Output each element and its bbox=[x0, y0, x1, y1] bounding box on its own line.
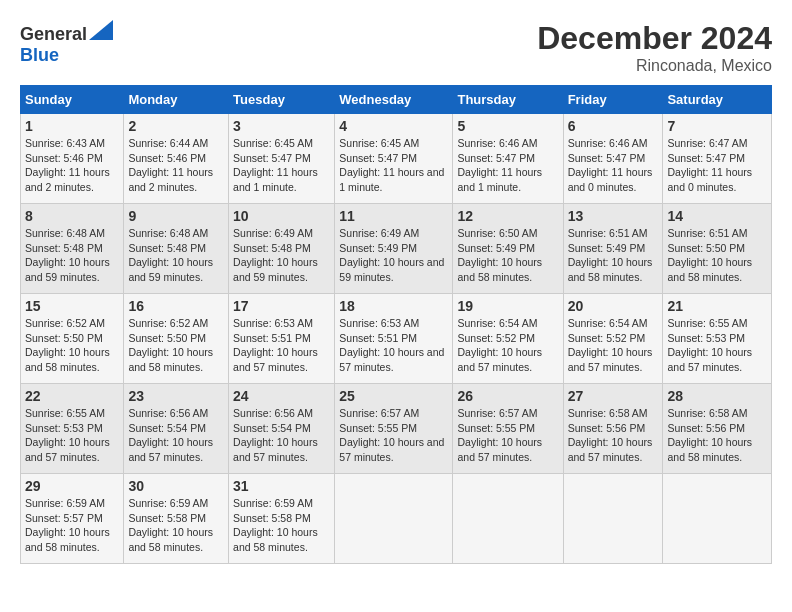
sunrise-label: Sunrise: 6:44 AM bbox=[128, 137, 208, 149]
daylight-label: Daylight: 10 hours and 58 minutes. bbox=[233, 526, 318, 553]
sunset-label: Sunset: 5:50 PM bbox=[25, 332, 103, 344]
sunset-label: Sunset: 5:46 PM bbox=[128, 152, 206, 164]
day-cell: 18 Sunrise: 6:53 AM Sunset: 5:51 PM Dayl… bbox=[335, 294, 453, 384]
day-info: Sunrise: 6:46 AM Sunset: 5:47 PM Dayligh… bbox=[457, 136, 558, 195]
sunrise-label: Sunrise: 6:56 AM bbox=[128, 407, 208, 419]
day-number: 11 bbox=[339, 208, 448, 224]
day-cell: 12 Sunrise: 6:50 AM Sunset: 5:49 PM Dayl… bbox=[453, 204, 563, 294]
daylight-label: Daylight: 10 hours and 58 minutes. bbox=[128, 346, 213, 373]
sunset-label: Sunset: 5:48 PM bbox=[233, 242, 311, 254]
page-container: General Blue December 2024 Rinconada, Me… bbox=[20, 20, 772, 564]
daylight-label: Daylight: 11 hours and 2 minutes. bbox=[25, 166, 110, 193]
day-info: Sunrise: 6:43 AM Sunset: 5:46 PM Dayligh… bbox=[25, 136, 119, 195]
calendar-table: SundayMondayTuesdayWednesdayThursdayFrid… bbox=[20, 85, 772, 564]
day-header-thursday: Thursday bbox=[453, 86, 563, 114]
sunrise-label: Sunrise: 6:55 AM bbox=[25, 407, 105, 419]
day-number: 29 bbox=[25, 478, 119, 494]
day-number: 10 bbox=[233, 208, 330, 224]
day-number: 3 bbox=[233, 118, 330, 134]
logo-text: General Blue bbox=[20, 20, 113, 66]
daylight-label: Daylight: 10 hours and 59 minutes. bbox=[339, 256, 444, 283]
daylight-label: Daylight: 10 hours and 57 minutes. bbox=[25, 436, 110, 463]
sunset-label: Sunset: 5:56 PM bbox=[568, 422, 646, 434]
logo-icon bbox=[89, 20, 113, 40]
sunrise-label: Sunrise: 6:58 AM bbox=[667, 407, 747, 419]
daylight-label: Daylight: 10 hours and 57 minutes. bbox=[339, 436, 444, 463]
day-info: Sunrise: 6:52 AM Sunset: 5:50 PM Dayligh… bbox=[25, 316, 119, 375]
sunset-label: Sunset: 5:47 PM bbox=[339, 152, 417, 164]
day-cell: 30 Sunrise: 6:59 AM Sunset: 5:58 PM Dayl… bbox=[124, 474, 229, 564]
day-number: 16 bbox=[128, 298, 224, 314]
day-info: Sunrise: 6:58 AM Sunset: 5:56 PM Dayligh… bbox=[667, 406, 767, 465]
title-block: December 2024 Rinconada, Mexico bbox=[537, 20, 772, 75]
day-number: 22 bbox=[25, 388, 119, 404]
sunrise-label: Sunrise: 6:49 AM bbox=[339, 227, 419, 239]
day-cell: 31 Sunrise: 6:59 AM Sunset: 5:58 PM Dayl… bbox=[229, 474, 335, 564]
sunset-label: Sunset: 5:47 PM bbox=[233, 152, 311, 164]
day-number: 1 bbox=[25, 118, 119, 134]
sunrise-label: Sunrise: 6:49 AM bbox=[233, 227, 313, 239]
sunset-label: Sunset: 5:54 PM bbox=[233, 422, 311, 434]
day-info: Sunrise: 6:55 AM Sunset: 5:53 PM Dayligh… bbox=[667, 316, 767, 375]
sunset-label: Sunset: 5:58 PM bbox=[128, 512, 206, 524]
day-number: 17 bbox=[233, 298, 330, 314]
day-number: 26 bbox=[457, 388, 558, 404]
day-cell: 5 Sunrise: 6:46 AM Sunset: 5:47 PM Dayli… bbox=[453, 114, 563, 204]
day-number: 18 bbox=[339, 298, 448, 314]
day-info: Sunrise: 6:56 AM Sunset: 5:54 PM Dayligh… bbox=[233, 406, 330, 465]
day-info: Sunrise: 6:45 AM Sunset: 5:47 PM Dayligh… bbox=[339, 136, 448, 195]
sunset-label: Sunset: 5:51 PM bbox=[233, 332, 311, 344]
day-cell: 9 Sunrise: 6:48 AM Sunset: 5:48 PM Dayli… bbox=[124, 204, 229, 294]
logo-general: General bbox=[20, 24, 87, 44]
sunrise-label: Sunrise: 6:48 AM bbox=[128, 227, 208, 239]
week-row-1: 1 Sunrise: 6:43 AM Sunset: 5:46 PM Dayli… bbox=[21, 114, 772, 204]
day-header-sunday: Sunday bbox=[21, 86, 124, 114]
day-info: Sunrise: 6:47 AM Sunset: 5:47 PM Dayligh… bbox=[667, 136, 767, 195]
day-cell: 3 Sunrise: 6:45 AM Sunset: 5:47 PM Dayli… bbox=[229, 114, 335, 204]
sunset-label: Sunset: 5:47 PM bbox=[457, 152, 535, 164]
day-header-friday: Friday bbox=[563, 86, 663, 114]
sunrise-label: Sunrise: 6:58 AM bbox=[568, 407, 648, 419]
logo: General Blue bbox=[20, 20, 113, 66]
day-info: Sunrise: 6:51 AM Sunset: 5:49 PM Dayligh… bbox=[568, 226, 659, 285]
day-header-tuesday: Tuesday bbox=[229, 86, 335, 114]
day-cell: 13 Sunrise: 6:51 AM Sunset: 5:49 PM Dayl… bbox=[563, 204, 663, 294]
svg-marker-0 bbox=[89, 20, 113, 40]
day-number: 6 bbox=[568, 118, 659, 134]
sunset-label: Sunset: 5:52 PM bbox=[457, 332, 535, 344]
daylight-label: Daylight: 10 hours and 57 minutes. bbox=[128, 436, 213, 463]
day-number: 19 bbox=[457, 298, 558, 314]
day-cell: 26 Sunrise: 6:57 AM Sunset: 5:55 PM Dayl… bbox=[453, 384, 563, 474]
daylight-label: Daylight: 10 hours and 57 minutes. bbox=[339, 346, 444, 373]
day-info: Sunrise: 6:57 AM Sunset: 5:55 PM Dayligh… bbox=[457, 406, 558, 465]
daylight-label: Daylight: 10 hours and 58 minutes. bbox=[667, 256, 752, 283]
daylight-label: Daylight: 10 hours and 57 minutes. bbox=[667, 346, 752, 373]
daylight-label: Daylight: 10 hours and 58 minutes. bbox=[25, 346, 110, 373]
day-cell: 7 Sunrise: 6:47 AM Sunset: 5:47 PM Dayli… bbox=[663, 114, 772, 204]
logo-blue: Blue bbox=[20, 45, 59, 65]
day-number: 30 bbox=[128, 478, 224, 494]
day-number: 24 bbox=[233, 388, 330, 404]
daylight-label: Daylight: 10 hours and 58 minutes. bbox=[457, 256, 542, 283]
day-cell: 16 Sunrise: 6:52 AM Sunset: 5:50 PM Dayl… bbox=[124, 294, 229, 384]
day-number: 9 bbox=[128, 208, 224, 224]
day-cell bbox=[663, 474, 772, 564]
sunrise-label: Sunrise: 6:51 AM bbox=[667, 227, 747, 239]
header-row: SundayMondayTuesdayWednesdayThursdayFrid… bbox=[21, 86, 772, 114]
sunrise-label: Sunrise: 6:51 AM bbox=[568, 227, 648, 239]
day-info: Sunrise: 6:49 AM Sunset: 5:49 PM Dayligh… bbox=[339, 226, 448, 285]
sunset-label: Sunset: 5:56 PM bbox=[667, 422, 745, 434]
day-info: Sunrise: 6:53 AM Sunset: 5:51 PM Dayligh… bbox=[233, 316, 330, 375]
sunrise-label: Sunrise: 6:50 AM bbox=[457, 227, 537, 239]
daylight-label: Daylight: 10 hours and 59 minutes. bbox=[233, 256, 318, 283]
day-number: 5 bbox=[457, 118, 558, 134]
sunrise-label: Sunrise: 6:59 AM bbox=[25, 497, 105, 509]
sunset-label: Sunset: 5:49 PM bbox=[457, 242, 535, 254]
day-cell: 27 Sunrise: 6:58 AM Sunset: 5:56 PM Dayl… bbox=[563, 384, 663, 474]
sunset-label: Sunset: 5:55 PM bbox=[339, 422, 417, 434]
day-cell: 6 Sunrise: 6:46 AM Sunset: 5:47 PM Dayli… bbox=[563, 114, 663, 204]
sunset-label: Sunset: 5:47 PM bbox=[667, 152, 745, 164]
sunset-label: Sunset: 5:50 PM bbox=[128, 332, 206, 344]
day-cell: 14 Sunrise: 6:51 AM Sunset: 5:50 PM Dayl… bbox=[663, 204, 772, 294]
day-number: 13 bbox=[568, 208, 659, 224]
